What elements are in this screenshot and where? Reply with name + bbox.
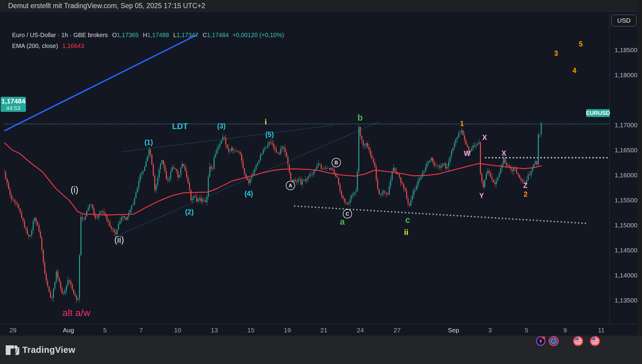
wave-label-5-cyan[interactable]: (5) [265, 131, 274, 138]
tradingview-brand-text[interactable]: TradingView [22, 345, 75, 355]
time-tick-label: 5 [525, 327, 528, 334]
time-tick-label: 24 [357, 327, 364, 334]
wave-label-z[interactable]: Z [523, 182, 527, 189]
current-price-badge: 1,17484 44:53 [1, 97, 26, 112]
wave-label-x1[interactable]: X [482, 134, 487, 141]
time-tick-label: 10 [174, 327, 181, 334]
symbol-price-tag: EURUSD [586, 109, 610, 117]
legend-change: +0,00120 (+0,10%) [232, 32, 284, 38]
wave-label-2-orange[interactable]: 2 [524, 191, 528, 198]
time-scale[interactable]: 29Aug5710131519212427Sep35911 [0, 324, 637, 336]
watermark-text: Demut erstellt mit TradingView.com, Sep … [8, 2, 205, 10]
price-tick-label: 1,18500 [615, 46, 637, 54]
target-label-3[interactable]: 3 [554, 50, 558, 57]
wave-label-x2[interactable]: X [501, 150, 506, 157]
price-tick-label: 1,16000 [615, 172, 637, 179]
ohlc-value: 1,17347 [177, 32, 198, 38]
wave-label-i-white[interactable]: (i) [71, 185, 78, 194]
price-tick-label: 1,13500 [615, 297, 637, 304]
target-label-4[interactable]: 4 [573, 67, 577, 74]
legend-indicator-row[interactable]: EMA (200, close)1,16643 [12, 42, 284, 53]
wave-label-i-yellow[interactable]: i [264, 118, 267, 126]
time-tick-label: 21 [320, 327, 327, 334]
ldt-label[interactable]: LDT [172, 122, 188, 131]
wave-label-ii-white[interactable]: (ii) [114, 236, 124, 244]
ohlc-key: C [203, 32, 207, 38]
ohlc-key: H [143, 32, 147, 38]
wave-label-circled-a[interactable]: A [286, 181, 295, 190]
wave-label-circled-c[interactable]: C [343, 209, 352, 219]
price-tick-label: 1,16500 [615, 147, 637, 154]
chart-widget: Euro / US-Dollar · 1h · GBE brokersO1,17… [0, 11, 642, 336]
currency-toggle-button[interactable]: USD [611, 14, 637, 27]
price-tick-label: 1,15000 [615, 222, 637, 229]
wave-label-1-orange[interactable]: 1 [460, 120, 464, 127]
watermark-bar: Demut erstellt mit TradingView.com, Sep … [0, 0, 642, 11]
tradingview-logo-icon[interactable] [5, 345, 19, 355]
event-icon-us-flag-2[interactable] [589, 335, 601, 348]
time-tick-label: 19 [284, 327, 291, 334]
time-tick-label: 29 [9, 327, 16, 334]
bar-countdown: 44:53 [1, 105, 26, 111]
legend-symbol-row[interactable]: Euro / US-Dollar · 1h · GBE brokersO1,17… [12, 31, 284, 42]
event-icon-eu-flag[interactable] [548, 335, 560, 348]
wave-label-circled-b[interactable]: B [332, 158, 341, 167]
time-tick-label: 15 [247, 327, 254, 334]
chart-canvas[interactable] [4, 23, 609, 335]
target-label-5[interactable]: 5 [579, 41, 583, 48]
wave-label-4-cyan[interactable]: (4) [245, 190, 253, 197]
time-tick-label: Sep [448, 327, 459, 334]
price-tick-label: 1,17000 [615, 122, 637, 129]
wave-label-w[interactable]: W [464, 150, 470, 157]
wave-label-c-green[interactable]: c [405, 216, 410, 224]
ohlc-value: 1,17484 [207, 32, 229, 38]
outer-right-gutter [637, 0, 642, 336]
ohlc-key: O [112, 32, 117, 38]
legend-ohlc-values: O1,17365H1,17488L1,17347C1,17484 [108, 32, 229, 38]
price-tick-label: 1,18000 [615, 71, 637, 79]
time-tick-label: 5 [103, 327, 107, 334]
ohlc-key: L [173, 32, 176, 38]
tradingview-chart-window: Demut erstellt mit TradingView.com, Sep … [0, 0, 642, 364]
ema-indicator-label: EMA (200, close) [12, 43, 58, 49]
chart-legend: Euro / US-Dollar · 1h · GBE brokersO1,17… [12, 31, 284, 53]
event-icon-bolt[interactable] [535, 335, 547, 348]
time-tick-label: 11 [598, 327, 605, 334]
current-price-value: 1,17484 [1, 97, 26, 105]
alt-count-label[interactable]: alt a/w [62, 308, 90, 318]
time-tick-label: Aug [63, 327, 74, 334]
time-tick-label: 7 [139, 327, 143, 334]
ema-indicator-value: 1,16643 [62, 43, 84, 49]
time-tick-label: 13 [211, 327, 218, 334]
wave-label-1-cyan[interactable]: (1) [144, 139, 153, 146]
time-tick-label: 3 [488, 327, 492, 334]
wave-label-a-green[interactable]: a [340, 217, 345, 226]
wave-label-3-cyan[interactable]: (3) [217, 123, 226, 130]
wave-label-2-cyan[interactable]: (2) [185, 209, 194, 216]
event-icon-us-flag-1[interactable] [572, 335, 584, 348]
price-scale[interactable]: USD 1,185001,180001,170001,165001,160001… [609, 12, 637, 336]
time-tick-label: 27 [394, 327, 400, 334]
ohlc-value: 1,17365 [117, 32, 138, 38]
price-tick-label: 1,15500 [615, 197, 637, 204]
price-tick-label: 1,14500 [615, 247, 637, 254]
wave-label-b-green[interactable]: b [357, 113, 363, 122]
ohlc-value: 1,17488 [147, 32, 169, 38]
wave-label-ii-yellow[interactable]: ii [404, 228, 408, 236]
time-tick-label: 9 [563, 327, 567, 334]
price-tick-label: 1,14000 [615, 272, 637, 279]
symbol-title: Euro / US-Dollar · 1h · GBE brokers [12, 32, 108, 38]
wave-label-y[interactable]: Y [479, 192, 484, 199]
